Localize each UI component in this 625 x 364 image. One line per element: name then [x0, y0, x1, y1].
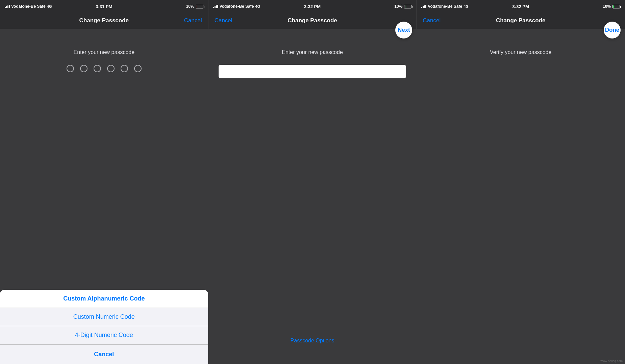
- prompt-text-3: Verify your new passcode: [490, 49, 551, 55]
- next-button-2[interactable]: Next: [395, 22, 412, 38]
- signal-bars-3: [421, 5, 426, 8]
- watermark: www.deusq.com: [600, 359, 623, 363]
- carrier-2: Vodafone-Be Safe 4G: [213, 4, 260, 9]
- status-right-1: 10%: [186, 4, 203, 9]
- passcode-dots-1: [67, 65, 142, 72]
- cancel-button-3[interactable]: Cancel: [423, 16, 441, 25]
- screen-3: Vodafone-Be Safe 4G 3:32 PM 10% Cancel C…: [417, 0, 625, 364]
- status-bar-3: Vodafone-Be Safe 4G 3:32 PM 10%: [417, 0, 625, 12]
- action-sheet-cancel-1[interactable]: Cancel: [0, 344, 208, 364]
- battery-pct-3: 10%: [603, 4, 611, 9]
- nav-title-2: Change Passcode: [288, 17, 337, 24]
- nav-bar-1: Change Passcode Cancel: [0, 12, 208, 29]
- passcode-text-field-2[interactable]: [219, 65, 406, 78]
- battery-fill-1: [197, 5, 197, 8]
- nav-title-1: Change Passcode: [79, 17, 129, 24]
- nav-bar-3: Cancel Change Passcode Done: [417, 12, 625, 29]
- dot-4: [107, 65, 115, 72]
- action-sheet-overlay-1: Custom Alphanumeric Code Custom Numeric …: [0, 290, 208, 364]
- dot-5: [121, 65, 128, 72]
- screen-2: Vodafone-Be Safe 4G 3:32 PM 10% Cancel C…: [208, 0, 417, 364]
- dot-6: [134, 65, 142, 72]
- battery-fill-3: [613, 5, 614, 8]
- prompt-text-2: Enter your new passcode: [282, 49, 343, 55]
- cancel-button-2[interactable]: Cancel: [215, 16, 232, 25]
- signal-bars-2: [213, 5, 218, 8]
- status-bar-1: Vodafone-Be Safe 4G 3:31 PM 10%: [0, 0, 208, 12]
- dot-1: [67, 65, 74, 72]
- battery-fill-2: [405, 5, 405, 8]
- screen-content-3: Verify your new passcode: [417, 29, 625, 364]
- battery-pct-2: 10%: [394, 4, 402, 9]
- battery-icon-1: [196, 5, 203, 8]
- carrier-3: Vodafone-Be Safe 4G: [421, 4, 468, 9]
- action-sheet-item-4digit[interactable]: 4-Digit Numeric Code: [0, 326, 208, 344]
- time-1: 3:31 PM: [96, 4, 112, 9]
- done-button-3[interactable]: Done: [604, 22, 621, 38]
- action-sheet-item-custom-alpha[interactable]: Custom Alphanumeric Code: [0, 290, 208, 308]
- status-right-2: 10%: [394, 4, 411, 9]
- screen-1: Vodafone-Be Safe 4G 3:31 PM 10% Change P…: [0, 0, 208, 364]
- action-sheet-menu-1: Custom Alphanumeric Code Custom Numeric …: [0, 290, 208, 364]
- nav-title-3: Change Passcode: [496, 17, 545, 24]
- screen-content-2: Enter your new passcode Passcode Options: [208, 29, 417, 364]
- signal-bars-1: [5, 5, 10, 8]
- nav-bar-2: Cancel Change Passcode Next: [208, 12, 417, 29]
- dot-3: [94, 65, 101, 72]
- cancel-button-1[interactable]: Cancel: [184, 16, 202, 25]
- time-2: 3:32 PM: [304, 4, 321, 9]
- battery-icon-2: [404, 5, 411, 8]
- battery-icon-3: [612, 5, 620, 8]
- status-right-3: 10%: [603, 4, 620, 9]
- prompt-text-1: Enter your new passcode: [74, 49, 135, 55]
- carrier-1: Vodafone-Be Safe 4G: [5, 4, 52, 9]
- time-3: 3:32 PM: [512, 4, 529, 9]
- passcode-options-link-2[interactable]: Passcode Options: [291, 338, 334, 344]
- action-sheet-item-custom-numeric[interactable]: Custom Numeric Code: [0, 308, 208, 326]
- dot-2: [80, 65, 88, 72]
- battery-pct-1: 10%: [186, 4, 194, 9]
- status-bar-2: Vodafone-Be Safe 4G 3:32 PM 10%: [208, 0, 417, 12]
